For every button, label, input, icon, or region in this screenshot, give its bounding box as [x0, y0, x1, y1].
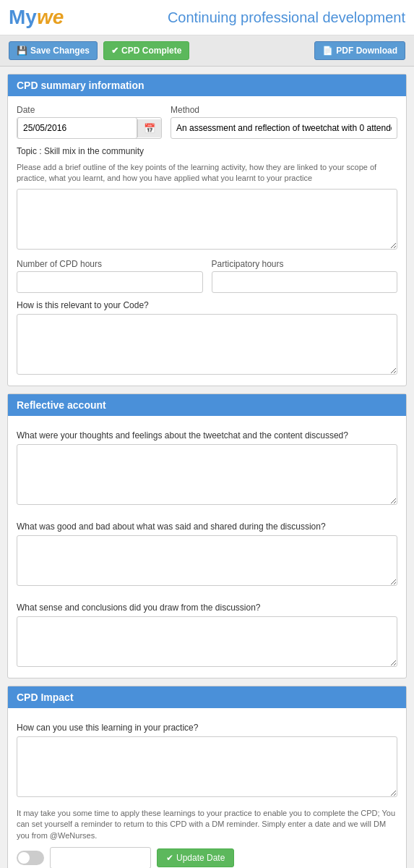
reflective-header: Reflective account — [8, 394, 406, 416]
reminder-toggle-slider — [17, 851, 44, 865]
save-button[interactable]: 💾 Save Changes — [9, 41, 98, 60]
toolbar-right: 📄 PDF Download — [314, 41, 405, 60]
date-label: Date — [17, 105, 162, 115]
header: Mywe Continuing professional development — [0, 0, 414, 35]
participatory-hours-input[interactable] — [212, 271, 398, 293]
topic-line: Topic : Skill mix in the community — [17, 146, 397, 156]
summary-hint: Please add a brief outline of the key po… — [17, 162, 397, 184]
logo-we: we — [37, 6, 64, 28]
participatory-hours-label: Participatory hours — [212, 259, 398, 269]
impact-q1-textarea[interactable] — [17, 736, 397, 797]
save-icon: 💾 — [17, 46, 27, 56]
reminder-text: It may take you some time to apply these… — [17, 808, 397, 841]
reflective-q2-textarea[interactable] — [17, 535, 397, 586]
calendar-icon[interactable]: 📅 — [137, 119, 161, 137]
update-date-label: Update Date — [176, 853, 225, 863]
participatory-hours-group: Participatory hours — [212, 259, 398, 293]
reflective-q2-label: What was good and bad about what was sai… — [17, 522, 397, 532]
cpd-complete-button[interactable]: ✔ CPD Complete — [103, 41, 189, 60]
cpd-hours-label: Number of CPD hours — [17, 259, 203, 269]
reflective-q3-textarea[interactable] — [17, 616, 397, 667]
date-method-row: Date 📅 Method — [17, 105, 397, 139]
code-textarea[interactable] — [17, 314, 397, 375]
reflective-q1-textarea[interactable] — [17, 444, 397, 505]
toolbar-left: 💾 Save Changes ✔ CPD Complete — [9, 41, 189, 60]
date-group: Date 📅 — [17, 105, 162, 139]
method-label: Method — [171, 105, 397, 115]
page-title: Continuing professional development — [64, 9, 405, 26]
reminder-toggle-label[interactable] — [17, 851, 44, 865]
cpd-impact-header: CPD Impact — [8, 686, 406, 708]
hours-row: Number of CPD hours Participatory hours — [17, 259, 397, 293]
method-input[interactable] — [171, 117, 397, 139]
date-input[interactable] — [17, 117, 137, 139]
logo: Mywe — [9, 6, 64, 29]
reminder-date-input[interactable] — [51, 849, 151, 867]
reflective-card: Reflective account What were your though… — [7, 393, 407, 678]
cpd-hours-input[interactable] — [17, 271, 203, 293]
reminder-row: 📅 ✔ Update Date — [17, 847, 397, 868]
save-label: Save Changes — [30, 46, 90, 56]
pdf-icon: 📄 — [322, 46, 333, 56]
pdf-label: PDF Download — [336, 46, 397, 56]
cpd-icon: ✔ — [111, 46, 118, 56]
date-wrapper[interactable]: 📅 — [17, 117, 162, 139]
cpd-hours-group: Number of CPD hours — [17, 259, 203, 293]
cpd-impact-body: How can you use this learning in your pr… — [8, 708, 406, 868]
summary-textarea[interactable] — [17, 189, 397, 250]
code-label: How is this relevant to your Code? — [17, 300, 397, 310]
logo-my: My — [9, 6, 37, 28]
method-group: Method — [171, 105, 397, 139]
update-check-icon: ✔ — [166, 853, 173, 863]
cpd-summary-card: CPD summary information Date 📅 Method To… — [7, 74, 407, 386]
pdf-download-button[interactable]: 📄 PDF Download — [314, 41, 405, 60]
reflective-body: What were your thoughts and feelings abo… — [8, 416, 406, 678]
cpd-summary-body: Date 📅 Method Topic : Skill mix in the c… — [8, 96, 406, 386]
impact-q1-label: How can you use this learning in your pr… — [17, 723, 397, 733]
cpd-impact-card: CPD Impact How can you use this learning… — [7, 686, 407, 868]
reflective-q3-label: What sense and conclusions did you draw … — [17, 603, 397, 613]
reflective-q1-label: What were your thoughts and feelings abo… — [17, 430, 397, 441]
cpd-label: CPD Complete — [121, 46, 181, 56]
cpd-summary-header: CPD summary information — [8, 75, 406, 96]
reminder-date-wrapper[interactable]: 📅 — [50, 847, 151, 868]
update-date-button[interactable]: ✔ Update Date — [157, 848, 234, 867]
toolbar: 💾 Save Changes ✔ CPD Complete 📄 PDF Down… — [0, 35, 414, 67]
